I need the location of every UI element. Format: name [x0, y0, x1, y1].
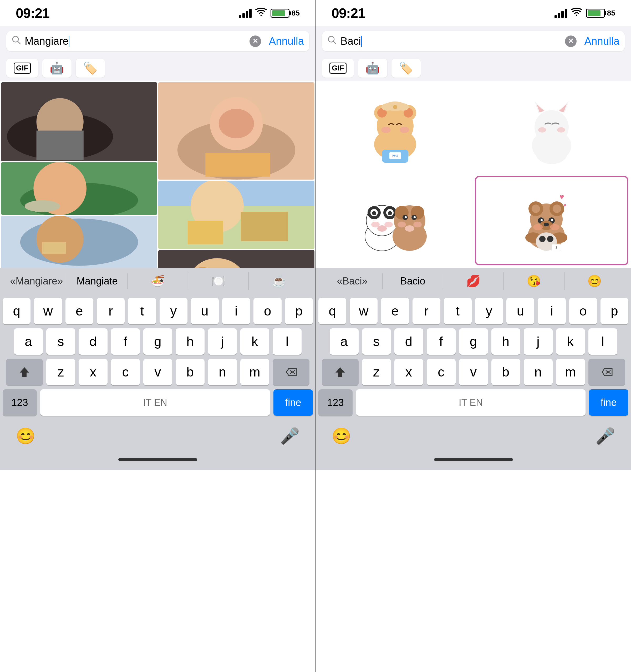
- pred-item-5-left[interactable]: ☕: [249, 272, 309, 290]
- key-w-left[interactable]: w: [34, 298, 62, 324]
- key-f-right[interactable]: f: [427, 328, 456, 355]
- key-y-right[interactable]: y: [475, 298, 503, 324]
- done-key-right[interactable]: fine: [589, 389, 628, 416]
- gif-item-3[interactable]: [1, 162, 157, 215]
- key-f-left[interactable]: f: [111, 328, 140, 355]
- key-t-right[interactable]: t: [444, 298, 472, 324]
- tab-sticker-right[interactable]: 🤖: [358, 58, 387, 77]
- key-r-left[interactable]: r: [97, 298, 125, 324]
- gif-item-2[interactable]: [158, 82, 314, 179]
- key-m-left[interactable]: m: [240, 359, 269, 385]
- key-x-right[interactable]: x: [394, 359, 423, 385]
- pred-item-1-right[interactable]: «Baci»: [322, 273, 383, 289]
- clear-search-right[interactable]: ✕: [565, 35, 577, 47]
- tab-gif-left[interactable]: GIF: [6, 58, 38, 77]
- key-p-right[interactable]: p: [601, 298, 628, 324]
- sticker-bear-hearts[interactable]: ♥ ♥ ♥: [475, 176, 629, 265]
- sticker-chipmunk[interactable]: I❤U: [318, 84, 472, 173]
- key-s-left[interactable]: s: [46, 328, 75, 355]
- clear-search-left[interactable]: ✕: [249, 35, 261, 47]
- pred-item-1-left[interactable]: «Mangiare»: [6, 273, 67, 289]
- key-l-left[interactable]: l: [273, 328, 301, 355]
- key-o-right[interactable]: o: [569, 298, 597, 324]
- key-s-right[interactable]: s: [362, 328, 391, 355]
- search-query-right[interactable]: Baci: [340, 35, 561, 47]
- key-l-right[interactable]: l: [588, 328, 617, 355]
- key-i-right[interactable]: i: [538, 298, 565, 324]
- key-b-left[interactable]: b: [176, 359, 204, 385]
- tab-gif-right[interactable]: GIF: [322, 58, 354, 77]
- shift-key-left[interactable]: [6, 359, 43, 385]
- pred-item-2-left[interactable]: Mangiate: [67, 273, 128, 289]
- key-c-left[interactable]: c: [111, 359, 140, 385]
- key-y-left[interactable]: y: [160, 298, 188, 324]
- pred-item-3-left[interactable]: 🍜: [127, 272, 188, 290]
- key-k-right[interactable]: k: [556, 328, 585, 355]
- key-v-right[interactable]: v: [459, 359, 488, 385]
- space-key-left[interactable]: IT EN: [40, 389, 270, 416]
- key-p-left[interactable]: p: [285, 298, 313, 324]
- done-key-left[interactable]: fine: [273, 389, 313, 416]
- key-g-left[interactable]: g: [143, 328, 172, 355]
- key-h-right[interactable]: h: [491, 328, 520, 355]
- pred-item-3-right[interactable]: 💋: [443, 272, 504, 290]
- key-q-right[interactable]: q: [318, 298, 346, 324]
- key-n-left[interactable]: n: [208, 359, 237, 385]
- key-h-left[interactable]: h: [176, 328, 204, 355]
- key-d-left[interactable]: d: [79, 328, 107, 355]
- cancel-button-left[interactable]: Annulla: [269, 35, 304, 47]
- key-n-right[interactable]: n: [524, 359, 553, 385]
- key-m-right[interactable]: m: [556, 359, 585, 385]
- sticker-panda-kiss[interactable]: [318, 176, 472, 265]
- key-v-left[interactable]: v: [143, 359, 172, 385]
- key-g-right[interactable]: g: [459, 328, 488, 355]
- pred-item-5-right[interactable]: 😊: [564, 272, 625, 290]
- key-j-left[interactable]: j: [208, 328, 237, 355]
- pred-item-2-right[interactable]: Bacio: [383, 273, 443, 289]
- tab-emoji-left[interactable]: 🏷️: [76, 58, 105, 77]
- key-z-right[interactable]: z: [362, 359, 391, 385]
- key-z-left[interactable]: z: [46, 359, 75, 385]
- key-i-left[interactable]: i: [222, 298, 250, 324]
- key-j-right[interactable]: j: [524, 328, 553, 355]
- key-q-left[interactable]: q: [3, 298, 30, 324]
- key-x-left[interactable]: x: [79, 359, 107, 385]
- key-e-right[interactable]: e: [381, 298, 409, 324]
- num-key-left[interactable]: 123: [3, 389, 37, 416]
- delete-key-right[interactable]: [588, 359, 625, 385]
- search-query-left[interactable]: Mangiare: [25, 35, 246, 47]
- tab-emoji-right[interactable]: 🏷️: [391, 58, 421, 77]
- key-e-left[interactable]: e: [66, 298, 93, 324]
- key-t-left[interactable]: t: [128, 298, 156, 324]
- mic-button-right[interactable]: 🎤: [596, 427, 615, 446]
- key-w-right[interactable]: w: [350, 298, 378, 324]
- gif-item-6[interactable]: [158, 250, 314, 268]
- num-key-right[interactable]: 123: [318, 389, 353, 416]
- search-bar-right[interactable]: Baci ✕ Annulla: [322, 31, 625, 51]
- key-a-left[interactable]: a: [14, 328, 43, 355]
- space-key-right[interactable]: IT EN: [356, 389, 585, 416]
- key-u-left[interactable]: u: [191, 298, 219, 324]
- mic-button-left[interactable]: 🎤: [280, 427, 300, 446]
- search-bar-left[interactable]: Mangiare ✕ Annulla: [6, 31, 309, 51]
- delete-key-left[interactable]: [273, 359, 310, 385]
- key-b-right[interactable]: b: [491, 359, 520, 385]
- key-r-right[interactable]: r: [413, 298, 440, 324]
- sticker-white-cat[interactable]: [475, 84, 629, 173]
- tab-sticker-left[interactable]: 🤖: [42, 58, 72, 77]
- key-u-right[interactable]: u: [506, 298, 534, 324]
- shift-key-right[interactable]: [322, 359, 359, 385]
- key-c-right[interactable]: c: [427, 359, 456, 385]
- gif-item-5[interactable]: [1, 216, 157, 268]
- gif-item-1[interactable]: [1, 82, 157, 161]
- emoji-button-left[interactable]: 😊: [16, 427, 35, 446]
- pred-item-4-left[interactable]: 🍽️: [188, 272, 249, 290]
- key-a-right[interactable]: a: [330, 328, 359, 355]
- key-o-left[interactable]: o: [253, 298, 281, 324]
- gif-item-4[interactable]: [158, 181, 314, 249]
- cancel-button-right[interactable]: Annulla: [584, 35, 620, 47]
- emoji-button-right[interactable]: 😊: [332, 427, 351, 446]
- key-k-left[interactable]: k: [240, 328, 269, 355]
- pred-item-4-right[interactable]: 😘: [504, 272, 564, 290]
- key-d-right[interactable]: d: [394, 328, 423, 355]
